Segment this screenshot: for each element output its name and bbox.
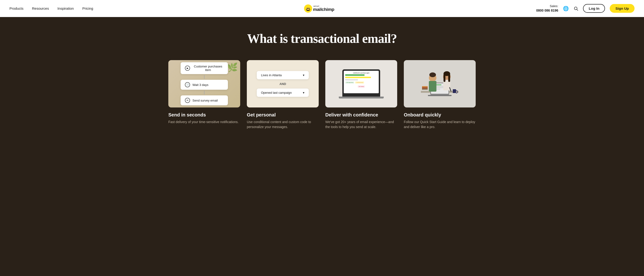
card-1-title: Send in seconds	[168, 112, 240, 118]
globe-icon[interactable]: 🌐	[563, 6, 569, 11]
svg-line-8	[577, 9, 578, 11]
nav-left: Products Resources Inspiration Pricing	[10, 7, 93, 11]
svg-point-20	[429, 72, 436, 77]
bar-1	[345, 74, 364, 76]
laptop-mockup-wrapper: Likelihood to purchase again 1.6K Highly…	[339, 69, 384, 99]
nav-right: Sales: 0800 086 8196 🌐 Log In Sign Up	[536, 4, 634, 13]
svg-text:mailchimp: mailchimp	[313, 7, 334, 12]
card-get-personal: Lives in Atlanta ▾ AND Opened last campa…	[247, 60, 319, 129]
svg-rect-30	[422, 86, 428, 87]
sales-info: Sales: 0800 086 8196	[536, 4, 558, 13]
site-logo[interactable]: INTUIT mailchimp	[304, 4, 340, 13]
nav-item-products[interactable]: Products	[10, 7, 24, 11]
chevron-down-icon: ▾	[303, 73, 304, 77]
svg-point-2	[306, 7, 310, 10]
sales-label: Sales:	[536, 4, 558, 8]
play-icon: ▶	[185, 66, 190, 71]
card-1-desc: Fast delivery of your time-sensitive not…	[168, 120, 240, 125]
feature-cards: 🌿 ▶ Customer purchases item 🕐 Wait 3 day…	[168, 60, 476, 129]
laptop-screen: Likelihood to purchase again 1.6K Highly…	[344, 71, 379, 93]
card-3-title: Deliver with confidence	[325, 112, 397, 118]
login-button[interactable]: Log In	[583, 4, 605, 13]
signup-button[interactable]: Sign Up	[610, 4, 634, 13]
people-illustration	[416, 65, 464, 103]
leaf-decoration: 🌿	[227, 63, 238, 72]
svg-rect-27	[453, 89, 456, 93]
nav-item-resources[interactable]: Resources	[32, 7, 49, 11]
card-2-image: Lives in Atlanta ▾ AND Opened last campa…	[247, 60, 319, 107]
svg-rect-19	[429, 81, 436, 92]
search-icon[interactable]	[574, 6, 578, 11]
svg-rect-29	[422, 87, 428, 89]
workflow-step-1: ▶ Customer purchases item	[180, 62, 228, 74]
filter-connector: AND	[280, 82, 286, 86]
workflow-step-3: ✉ Send survey email	[180, 95, 228, 105]
card-2-desc: Use conditional content and custom code …	[247, 120, 319, 129]
filter-dropdown-1[interactable]: Lives in Atlanta ▾	[257, 71, 309, 79]
chevron-down-icon-2: ▾	[303, 91, 304, 94]
filter-dropdown-2[interactable]: Opened last campaign ▾	[257, 89, 309, 97]
svg-rect-24	[444, 74, 446, 82]
clock-icon: 🕐	[185, 82, 190, 87]
workflow-connector-1	[204, 75, 204, 79]
svg-rect-17	[428, 95, 452, 96]
bar-3	[345, 79, 358, 81]
card-onboard-quickly: Onboard quickly Follow our Quick Start G…	[404, 60, 476, 129]
svg-rect-28	[422, 89, 428, 90]
laptop-mock: Likelihood to purchase again 1.6K Highly…	[342, 69, 380, 97]
nav-item-pricing[interactable]: Pricing	[82, 7, 93, 11]
nav-item-inspiration[interactable]: Inspiration	[58, 7, 74, 11]
svg-rect-25	[448, 74, 450, 82]
workflow-step-2: 🕐 Wait 3 days	[180, 80, 228, 90]
card-2-title: Get personal	[247, 112, 319, 118]
workflow-connector-2	[204, 91, 204, 94]
card-4-image	[404, 60, 476, 107]
email-icon: ✉	[185, 98, 190, 103]
laptop-base	[339, 97, 384, 99]
svg-point-3	[307, 8, 308, 9]
navigation: Products Resources Inspiration Pricing I…	[0, 0, 644, 17]
sales-number: 0800 086 8196	[536, 9, 558, 12]
svg-point-4	[308, 8, 310, 9]
card-1-image: 🌿 ▶ Customer purchases item 🕐 Wait 3 day…	[168, 60, 240, 107]
hero-section: What is transactional email? 🌿 ▶ Custome…	[0, 17, 644, 148]
card-3-image: Likelihood to purchase again 1.6K Highly…	[325, 60, 397, 107]
hero-title: What is transactional email?	[10, 31, 634, 46]
card-4-desc: Follow our Quick Start Guide and learn t…	[404, 120, 476, 129]
card-deliver-confidence: Likelihood to purchase again 1.6K Highly…	[325, 60, 397, 129]
bar-2	[345, 77, 371, 78]
card-send-in-seconds: 🌿 ▶ Customer purchases item 🕐 Wait 3 day…	[168, 60, 240, 129]
card-4-title: Onboard quickly	[404, 112, 476, 118]
card-3-desc: We've got 20+ years of email experience—…	[325, 120, 397, 129]
